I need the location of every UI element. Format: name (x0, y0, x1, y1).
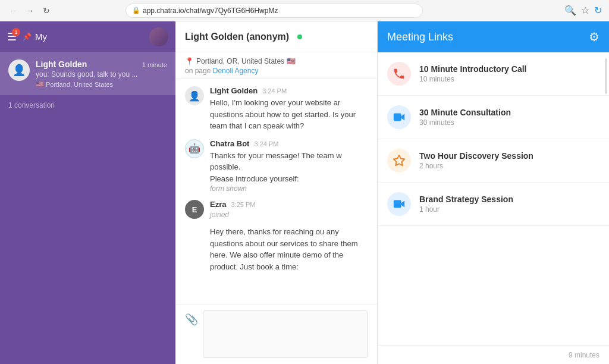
bot-icon: 🤖 (189, 143, 200, 154)
reload-button[interactable]: ↻ (40, 5, 52, 17)
meeting-item-duration: 10 minutes (419, 75, 599, 83)
user-location: 📍 Portland, OR, United States 🇺🇸 (185, 57, 368, 65)
conversation-avatar: 👤 (8, 59, 30, 81)
message-text: Thanks for your message! The team w poss… (210, 150, 368, 185)
message-header: Light Golden 3:24 PM (210, 86, 368, 95)
meeting-item-info: 30 Minute Consultation 30 minutes (419, 108, 599, 127)
meeting-item[interactable]: 30 Minute Consultation 30 minutes (378, 96, 609, 139)
lock-icon: 🔒 (132, 7, 140, 14)
online-indicator (297, 34, 302, 39)
page-prefix: on page (185, 67, 211, 75)
meeting-settings-button[interactable]: ⚙ (589, 30, 599, 44)
app-container: ☰ 1 📌 My 👤 Light Golden 1 minute you: So… (0, 21, 609, 364)
chat-header: Light Golden (anonym) (175, 21, 377, 52)
zoom-icon-2 (393, 197, 406, 211)
sidebar-header: ☰ 1 📌 My (0, 21, 175, 52)
page-link[interactable]: Denoli Agency (213, 67, 259, 75)
chat-messages: 👤 Light Golden 3:24 PM Hello, I'm lookin… (175, 79, 377, 304)
meeting-item-name: Brand Strategy Session (419, 194, 599, 204)
meeting-item[interactable]: Brand Strategy Session 1 hour (378, 183, 609, 226)
meeting-item-duration: 1 hour (419, 205, 599, 214)
meeting-panel-title: Meeting Links (387, 31, 453, 43)
message-content: Hey there, thanks for reaching ou any qu… (210, 226, 368, 272)
meeting-item-info: Two Hour Discovery Session 2 hours (419, 151, 599, 170)
conversation-name: Light Golden (36, 59, 87, 69)
message-avatar-ezra: E (185, 200, 204, 219)
message-row: Hey there, thanks for reaching ou any qu… (185, 226, 368, 272)
menu-button[interactable]: ☰ 1 (7, 30, 17, 43)
meeting-item-info: 10 Minute Introductory Call 10 minutes (419, 64, 599, 83)
message-header: Chatra Bot 3:24 PM (210, 139, 368, 148)
message-content: Ezra 3:25 PM joined (210, 200, 368, 219)
chat-area: Light Golden (anonym) 📍 Portland, OR, Un… (175, 21, 377, 364)
bottom-bar: 9 minutes (378, 345, 609, 364)
meeting-item-icon-phone (387, 62, 411, 86)
conversation-info: Light Golden 1 minute you: Sounds good, … (36, 59, 167, 88)
browser-actions: 🔍 ☆ ↻ (564, 5, 602, 16)
meeting-panel: Meeting Links ⚙ 10 Minute Introductory C… (377, 21, 609, 364)
message-sender: Ezra (210, 200, 226, 209)
message-avatar-bot: 🤖 (185, 139, 204, 158)
address-bar[interactable]: 🔒 app.chatra.io/chat/wgv7Qy6TG6H6HwpMz (125, 4, 423, 18)
meeting-item-duration: 30 minutes (419, 118, 599, 127)
message-text: Hello, I'm looking over your website ar … (210, 97, 368, 132)
meeting-header: Meeting Links ⚙ (378, 21, 609, 52)
form-shown-text: form shown (210, 184, 368, 193)
meeting-item-info: Brand Strategy Session 1 hour (419, 194, 599, 214)
svg-rect-0 (394, 114, 401, 121)
meeting-item-name: Two Hour Discovery Session (419, 151, 599, 161)
sidebar-my-label: 📌 My (23, 32, 47, 42)
flag-emoji: 🇺🇸 (287, 57, 296, 65)
message-content: Chatra Bot 3:24 PM Thanks for your messa… (210, 139, 368, 193)
message-text: Hey there, thanks for reaching ou any qu… (210, 226, 368, 272)
avatar-image (149, 27, 168, 46)
message-avatar-user: 👤 (185, 86, 204, 105)
zoom-button[interactable]: 🔍 (564, 5, 576, 16)
location-text: Portland, OR, United States (196, 57, 284, 65)
message-time: 3:24 PM (254, 140, 278, 148)
message-row: E Ezra 3:25 PM joined (185, 200, 368, 219)
forward-button[interactable]: → (24, 5, 36, 17)
pin-icon: 📌 (23, 33, 32, 41)
message-time: 3:25 PM (231, 201, 255, 208)
message-time: 3:24 PM (262, 87, 287, 95)
meeting-item[interactable]: 10 Minute Introductory Call 10 minutes (378, 52, 609, 96)
location-text: Portland, United States (46, 81, 113, 88)
chat-input[interactable] (203, 310, 368, 358)
user-page: on page Denoli Agency (185, 67, 368, 75)
meeting-item-icon-zoom (387, 105, 411, 129)
person-icon: 👤 (12, 64, 26, 77)
meeting-list: 10 Minute Introductory Call 10 minutes 3… (378, 52, 609, 345)
conversation-item[interactable]: 👤 Light Golden 1 minute you: Sounds good… (0, 52, 175, 95)
phone-icon (393, 67, 406, 80)
attach-button[interactable]: 📎 (185, 313, 198, 326)
discovery-icon (393, 154, 406, 167)
conversation-location: 🇺🇸 Portland, United States (36, 80, 167, 88)
message-header: Ezra 3:25 PM (210, 200, 368, 209)
message-row: 👤 Light Golden 3:24 PM Hello, I'm lookin… (185, 86, 368, 132)
flag-icon: 🇺🇸 (36, 80, 44, 88)
svg-rect-2 (394, 200, 401, 208)
user-avatar[interactable] (149, 27, 168, 46)
chat-user-name: Light Golden (anonym) (185, 32, 289, 42)
refresh-icon[interactable]: ↻ (594, 5, 602, 16)
conversation-time: 1 minute (142, 61, 167, 68)
url-text: app.chatra.io/chat/wgv7Qy6TG6H6HwpMz (143, 7, 278, 15)
user-avatar-icon: 👤 (189, 90, 200, 102)
timer-text: 9 minutes (569, 351, 599, 359)
message-sender: Chatra Bot (210, 139, 249, 148)
joined-text: joined (210, 211, 368, 219)
scrollbar-indicator (605, 58, 607, 94)
back-button[interactable]: ← (7, 5, 19, 17)
meeting-item[interactable]: Two Hour Discovery Session 2 hours (378, 139, 609, 183)
chat-user-info: 📍 Portland, OR, United States 🇺🇸 on page… (175, 52, 377, 79)
location-pin-icon: 📍 (185, 57, 194, 65)
sidebar: ☰ 1 📌 My 👤 Light Golden 1 minute you: So… (0, 21, 175, 364)
zoom-icon (393, 111, 406, 124)
message-content: Light Golden 3:24 PM Hello, I'm looking … (210, 86, 368, 132)
svg-marker-1 (394, 155, 404, 165)
bookmark-button[interactable]: ☆ (581, 5, 589, 16)
browser-chrome: ← → ↻ 🔒 app.chatra.io/chat/wgv7Qy6TG6H6H… (0, 0, 609, 21)
message-sender: Light Golden (210, 86, 258, 95)
meeting-item-name: 30 Minute Consultation (419, 108, 599, 117)
